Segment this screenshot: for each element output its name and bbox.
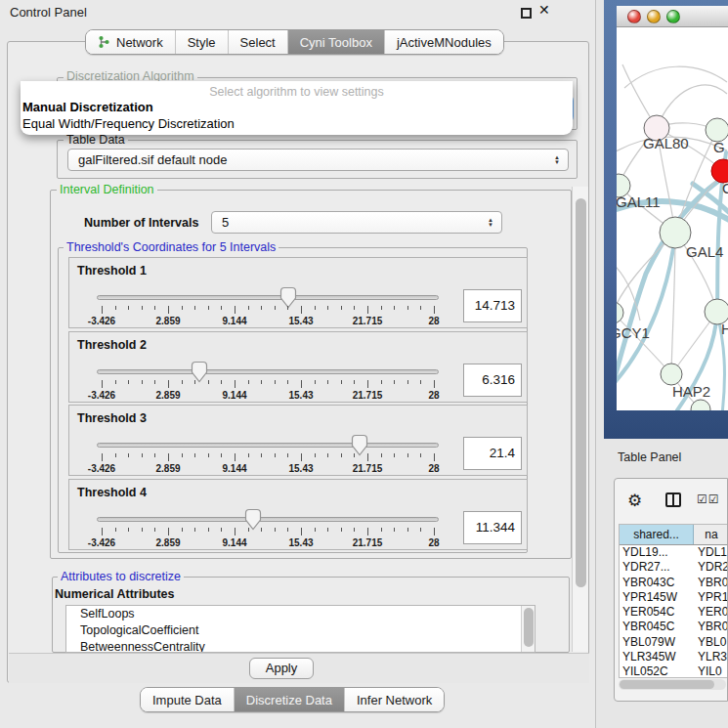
tab-jactivemnodules[interactable]: jActiveMNodules — [384, 30, 503, 54]
gear-icon[interactable]: ⚙ — [627, 491, 642, 511]
threshold-value-field[interactable]: 14.713 — [463, 289, 522, 322]
threshold-value-field[interactable]: 6.316 — [463, 364, 522, 397]
close-panel-icon[interactable]: ✕ — [538, 2, 550, 18]
threshold-value-field[interactable]: 21.4 — [463, 437, 522, 470]
float-panel-icon[interactable] — [521, 8, 532, 19]
column-header-shared[interactable]: shared... — [620, 525, 694, 544]
table-data-combobox[interactable]: galFiltered.sif default node ▲▼ — [67, 149, 569, 171]
slider-ticks — [69, 380, 529, 390]
cell-name: YIL0 — [694, 664, 728, 678]
table-row[interactable]: YDL19...YDL1 — [620, 545, 728, 560]
threshold-value-field[interactable]: 11.344 — [463, 511, 522, 544]
slider-ticks — [69, 453, 529, 463]
tab-label: Select — [240, 35, 276, 50]
cyni-toolbox-panel: Discretization Algorithm ▲▼ Table Data g… — [7, 41, 589, 683]
algorithm-dropdown-popup: Select algorithm to view settings Manual… — [21, 81, 573, 135]
numerical-attributes-list[interactable]: SelfLoopsTopologicalCoefficientBetweenne… — [65, 605, 535, 653]
popup-placeholder: Select algorithm to view settings — [21, 85, 573, 99]
node-label: G — [713, 139, 725, 155]
control-panel: Control Panel ✕ NetworkStyleSelectCyni T… — [0, 0, 596, 728]
tab-impute-data[interactable]: Impute Data — [141, 688, 234, 711]
cell-name: YPR1 — [694, 590, 728, 605]
node-table[interactable]: shared... na YDL19...YDL1YDR27...YDR2YBR… — [619, 524, 728, 678]
node-label: GAL4 — [686, 243, 723, 260]
table-row[interactable]: YPR145WYPR1 — [620, 590, 728, 605]
network-window-titlebar[interactable] — [617, 6, 728, 27]
cell-shared-name: YLR345W — [620, 650, 694, 664]
table-row[interactable]: YIL052CYIL0 — [620, 664, 728, 678]
cell-name: YDR2 — [694, 560, 728, 575]
node-label: HAP2 — [672, 383, 710, 400]
table-panel-title: Table Panel — [618, 450, 681, 464]
threshold-label: Threshold 4 — [77, 486, 147, 499]
network-node-gcy1[interactable] — [617, 302, 623, 323]
tab-label: Cyni Toolbox — [300, 35, 372, 50]
mac-minimize-icon[interactable] — [647, 10, 661, 23]
stepper-arrows-icon: ▲▼ — [488, 218, 493, 228]
panel-title: Control Panel — [10, 5, 87, 20]
apply-button[interactable]: Apply — [249, 658, 314, 679]
tab-discretize-data[interactable]: Discretize Data — [234, 688, 344, 711]
column-header-name[interactable]: na — [694, 525, 728, 544]
popup-option-manual[interactable]: Manual Discretization — [21, 99, 573, 115]
attribute-item[interactable]: SelfLoops — [66, 606, 535, 622]
tab-style[interactable]: Style — [175, 30, 228, 54]
popup-option-equal-width[interactable]: Equal Width/Frequency Discretization — [21, 115, 573, 132]
checkbox-icons[interactable]: ☑☑ — [697, 492, 720, 506]
tab-label: Discretize Data — [246, 693, 332, 707]
network-node-hap2[interactable] — [661, 364, 682, 385]
slider-tick-labels: -3.4262.8599.14415.4321.71528 — [69, 316, 529, 327]
threshold-coords-label: Threshold's Coordinates for 5 Intervals — [64, 240, 278, 254]
cell-shared-name: YBL079W — [620, 635, 694, 650]
network-view-window: GAL80GCGAL11GAL4GCY1HHAP2 — [604, 0, 728, 439]
node-label: GAL11 — [617, 193, 661, 210]
slider-track[interactable] — [97, 443, 439, 448]
attribute-item[interactable]: BetweennessCentrality — [66, 639, 535, 653]
node-label: H — [721, 321, 728, 337]
tab-label: Network — [116, 35, 163, 50]
table-row[interactable]: YBL079WYBL0 — [620, 635, 728, 650]
network-node[interactable] — [691, 400, 710, 410]
threshold-row-4: Threshold 4-3.4262.8599.14415.4321.71528… — [68, 479, 528, 550]
cell-name: YER0 — [694, 605, 728, 620]
node-label: GAL80 — [643, 135, 689, 151]
table-data-label: Table Data — [64, 133, 128, 147]
threshold-row-3: Threshold 3-3.4262.8599.14415.4321.71528… — [68, 405, 528, 476]
table-row[interactable]: YBR043CYBR0 — [620, 576, 728, 590]
split-columns-icon[interactable] — [665, 492, 681, 507]
screenshot-root: Control Panel ✕ NetworkStyleSelectCyni T… — [0, 0, 728, 728]
mac-close-icon[interactable] — [627, 10, 641, 23]
tab-network[interactable]: Network — [86, 30, 175, 54]
tab-cyni-toolbox[interactable]: Cyni Toolbox — [287, 30, 384, 54]
table-header-row: shared... na — [620, 525, 728, 545]
slider-track[interactable] — [97, 295, 439, 300]
cell-shared-name: YIL052C — [620, 664, 694, 678]
panel-scrollbar[interactable] — [572, 187, 588, 652]
cell-shared-name: YBR043C — [620, 576, 694, 590]
table-row[interactable]: YBR045CYBR0 — [620, 620, 728, 634]
slider-tick-labels: -3.4262.8599.14415.4321.71528 — [69, 537, 529, 549]
table-horizontal-scrollbar[interactable] — [619, 679, 726, 690]
table-row[interactable]: YER054CYER0 — [620, 605, 728, 620]
number-of-intervals-combobox[interactable]: 5 ▲▼ — [211, 211, 502, 234]
mac-zoom-icon[interactable] — [666, 10, 680, 23]
network-canvas[interactable]: GAL80GCGAL11GAL4GCY1HHAP2 — [617, 27, 728, 410]
tab-infer-network[interactable]: Infer Network — [344, 688, 444, 711]
node-label: C — [722, 180, 728, 196]
attributes-scrollbar[interactable] — [521, 606, 535, 652]
slider-track[interactable] — [97, 517, 439, 522]
cell-shared-name: YER054C — [620, 605, 694, 620]
slider-track[interactable] — [97, 369, 439, 374]
cell-shared-name: YDL19... — [620, 545, 694, 560]
number-of-intervals-label: Number of Intervals — [84, 216, 198, 230]
table-row[interactable]: YDR27...YDR2 — [620, 560, 728, 575]
cell-name: YLR3 — [694, 650, 728, 664]
tab-label: Infer Network — [357, 693, 432, 707]
table-row[interactable]: YLR345WYLR3 — [620, 650, 728, 664]
attribute-item[interactable]: TopologicalCoefficient — [66, 622, 535, 639]
node-label: GCY1 — [617, 324, 650, 341]
tab-select[interactable]: Select — [228, 30, 287, 54]
cell-name: YBR0 — [694, 620, 728, 634]
attributes-to-discretize-label: Attributes to discretize — [58, 570, 184, 583]
apply-bar: Apply — [9, 653, 589, 683]
